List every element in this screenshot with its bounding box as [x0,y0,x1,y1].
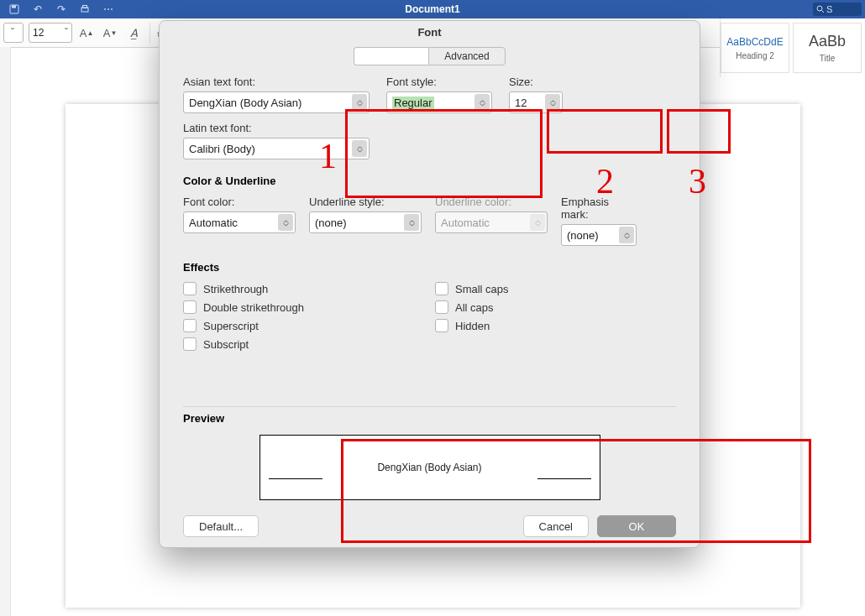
font-style-value: Regular [392,97,434,109]
checkbox-superscript[interactable]: Superscript [183,319,368,332]
chevron-down-icon[interactable] [352,140,367,157]
chevron-down-icon[interactable] [474,94,490,111]
asian-font-value: DengXian (Body Asian) [189,97,301,109]
emphasis-label: Emphasis mark: [561,196,637,221]
separator [149,23,150,43]
style-sample: AaBb [809,33,846,50]
styles-gallery: AaBbCcDdE Heading 2 AaBb Title [720,18,865,77]
svg-rect-1 [12,6,16,8]
clear-format-icon[interactable]: A̲ [124,23,143,42]
document-title: Document1 [405,3,459,15]
separator [183,406,676,407]
checkbox-small-caps[interactable]: Small caps [435,282,603,295]
more-icon[interactable]: ⋯ [99,3,118,16]
underline-color-value: Automatic [441,217,490,229]
dialog-tabs: Advanced [160,47,700,65]
preview-box: DengXian (Body Asian) [260,435,600,500]
ok-button[interactable]: OK [597,515,676,537]
font-color-label: Font color: [183,196,296,208]
latin-font-label: Latin text font: [183,122,370,134]
print-icon[interactable] [76,3,94,16]
preview-line [537,478,591,479]
underline-style-combo[interactable]: (none) [309,211,422,233]
chevron-down-icon [530,214,545,231]
section-color-underline: Color & Underline [183,175,676,187]
latin-font-combo[interactable]: Calibri (Body) [183,138,370,159]
preview-text: DengXian (Body Asian) [377,462,481,473]
style-card-heading2[interactable]: AaBbCcDdE Heading 2 [721,23,789,73]
chevron-down-icon[interactable] [545,94,560,111]
font-size-label: Size: [509,76,563,88]
style-label: Title [820,54,836,63]
checkbox-strikethrough[interactable]: Strikethrough [183,282,368,295]
font-size-value: 12 [515,97,527,109]
redo-icon[interactable]: ↷ [52,3,71,16]
emphasis-value: (none) [567,229,599,242]
style-card-title[interactable]: AaBb Title [793,23,862,73]
svg-rect-3 [83,6,87,8]
font-size-combo[interactable]: 12 [509,91,563,113]
underline-style-value: (none) [315,217,347,229]
chevron-down-icon[interactable] [404,214,419,231]
style-sample: AaBbCcDdE [726,36,783,48]
asian-font-label: Asian text font: [183,76,370,88]
dialog-title: Font [160,21,700,47]
checkbox-subscript[interactable]: Subscript [183,337,368,351]
style-label: Heading 2 [736,51,774,60]
cancel-button[interactable]: Cancel [523,515,589,537]
search-placeholder: S [826,4,832,14]
font-size-value: 12 [33,27,44,39]
font-color-value: Automatic [189,217,238,229]
undo-icon[interactable]: ↶ [29,3,47,16]
section-effects: Effects [183,261,676,274]
font-style-label: Font style: [386,76,492,88]
chevron-down-icon[interactable] [619,227,634,243]
save-icon[interactable] [5,3,24,16]
preview-label: Preview [183,412,676,425]
underline-color-label: Underline color: [435,196,548,208]
svg-line-5 [822,11,825,13]
emphasis-combo[interactable]: (none) [561,224,637,246]
tab-advanced[interactable]: Advanced [428,47,505,65]
search-box[interactable]: S [813,3,862,16]
asian-font-combo[interactable]: DengXian (Body Asian) [183,91,370,113]
font-color-combo[interactable]: Automatic [183,211,296,233]
chevron-down-icon[interactable] [278,214,293,231]
chevron-down-icon[interactable] [352,94,367,111]
checkbox-hidden[interactable]: Hidden [435,319,603,332]
tab-font[interactable] [354,47,428,65]
search-icon [816,5,825,13]
default-button[interactable]: Default... [183,515,259,537]
svg-point-4 [817,6,822,11]
latin-font-value: Calibri (Body) [189,143,255,155]
font-dialog: Font Advanced Asian text font: DengXian … [159,20,700,548]
dialog-footer: Default... Cancel OK [160,500,700,537]
underline-color-combo: Automatic [435,211,548,233]
preview-line [269,478,322,479]
vertical-ruler [0,47,11,616]
decrease-font-icon[interactable]: A▼ [101,23,119,42]
increase-font-icon[interactable]: A▲ [77,23,96,42]
app-titlebar: ↶ ↷ ⋯ Document1 S [0,0,865,18]
font-size-select[interactable]: 12ˇ [29,23,72,43]
underline-style-label: Underline style: [309,196,422,208]
checkbox-all-caps[interactable]: All caps [435,300,603,314]
font-name-select[interactable]: ˇ [3,23,24,43]
font-style-combo[interactable]: Regular [386,91,492,113]
checkbox-double-strikethrough[interactable]: Double strikethrough [183,300,368,314]
